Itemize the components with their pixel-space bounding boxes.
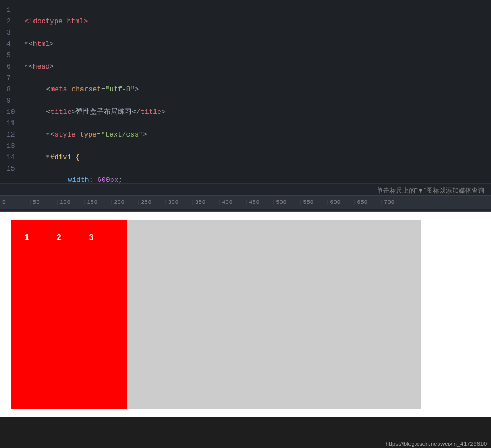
flex-num-3: 3	[89, 233, 94, 243]
code-text: <!doctype html> ▼<html> ▼<head> <meta ch…	[19, 0, 491, 183]
tick-350: |350	[191, 199, 205, 206]
tick-300: |300	[164, 199, 178, 206]
code-token: html	[33, 38, 50, 50]
code-token: charset	[71, 84, 101, 95]
code-token: "text/css"	[101, 129, 143, 140]
code-token: <	[29, 38, 33, 50]
tick-450: |450	[245, 199, 259, 206]
code-token: =	[97, 129, 101, 140]
code-token: >	[162, 106, 166, 118]
code-token: >	[143, 129, 147, 140]
code-token: =	[101, 84, 105, 95]
flex-num-2: 2	[57, 233, 62, 243]
flex-container: 1 2 3	[11, 220, 421, 409]
tick-650: |650	[353, 199, 367, 206]
tick-150: |150	[83, 199, 97, 206]
code-token: #div1 {	[50, 152, 80, 163]
tick-100: |100	[56, 199, 70, 206]
collapse-arrow[interactable]: ▼	[46, 152, 49, 163]
code-token: "utf-8"	[105, 84, 135, 95]
code-editor: 1 2 3 4 5 6 7 8 9 10 11 12 13 14 15 <!do…	[0, 0, 491, 184]
code-token: </	[132, 106, 140, 118]
flex-child-1: 1 2 3	[11, 220, 127, 409]
flex-num-1: 1	[24, 233, 30, 243]
code-token: title	[140, 106, 162, 118]
code-token: >	[71, 106, 76, 118]
line-numbers: 1 2 3 4 5 6 7 8 9 10 11 12 13 14 15	[0, 0, 19, 183]
code-token: head	[33, 61, 50, 72]
code-token: type	[80, 129, 97, 140]
code-token: <	[46, 106, 51, 118]
code-token: >	[50, 38, 54, 50]
tick-600: |600	[326, 199, 340, 206]
collapse-arrow[interactable]: ▼	[46, 129, 49, 140]
code-token: <!doctype html>	[25, 16, 88, 27]
tick-400: |400	[218, 199, 232, 206]
url-bar: https://blog.csdn.net/weixin_41729610	[381, 439, 491, 448]
code-token: 弹性盒子布局练习	[76, 106, 132, 118]
code-token: meta	[50, 84, 71, 95]
code-token: >	[50, 61, 54, 72]
code-token: style	[55, 129, 80, 140]
tick-500: |500	[272, 199, 286, 206]
preview-area: 1 2 3 https://blog.csdn.net/weixin_41729…	[0, 212, 491, 417]
media-hint: 单击标尺上的"▼"图标以添加媒体查询	[0, 184, 491, 195]
tick-250: |250	[137, 199, 151, 206]
flex-numbers: 1 2 3	[24, 233, 113, 243]
collapse-arrow[interactable]: ▼	[25, 38, 28, 50]
code-token: <	[50, 129, 55, 140]
ruler-bar: 单击标尺上的"▼"图标以添加媒体查询 0 |50 |100 |150 |200 …	[0, 184, 491, 212]
ruler-ticks: 0 |50 |100 |150 |200 |250 |300 |350 |400…	[0, 195, 491, 209]
code-token: <	[29, 61, 33, 72]
code-token: <	[46, 84, 51, 95]
tick-700: |700	[380, 199, 394, 206]
tick-550: |550	[299, 199, 313, 206]
collapse-arrow[interactable]: ▼	[25, 61, 28, 72]
code-token: title	[50, 106, 71, 118]
tick-0: 0	[2, 199, 6, 206]
code-token: >	[134, 84, 139, 95]
tick-200: |200	[110, 199, 124, 206]
tick-50: |50	[29, 199, 40, 206]
